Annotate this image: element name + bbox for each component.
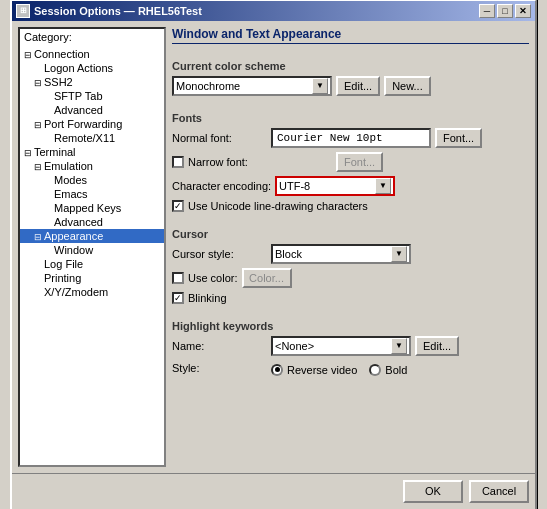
minimize-button[interactable]: ─ (479, 4, 495, 18)
normal-font-button[interactable]: Font... (435, 128, 482, 148)
highlight-style-label: Style: (172, 362, 267, 374)
use-color-row: Use color: Color... (172, 268, 529, 288)
highlight-name-arrow[interactable]: ▼ (391, 338, 407, 354)
narrow-font-button: Font... (336, 152, 383, 172)
sidebar-item-xy-zmodem[interactable]: X/Y/Zmodem (20, 285, 164, 299)
radio-bold-btn[interactable] (369, 364, 381, 376)
sidebar-item-window[interactable]: Window (20, 243, 164, 257)
expand-icon-terminal: ⊟ (24, 148, 34, 158)
radio-bold-label: Bold (385, 364, 407, 376)
cursor-style-label: Cursor style: (172, 248, 267, 260)
window-icon: ⊞ (16, 4, 30, 18)
radio-reverse-video[interactable]: Reverse video (271, 364, 357, 376)
normal-font-value: Courier New 10pt (271, 128, 431, 148)
blinking-label: Blinking (188, 292, 227, 304)
expand-icon-ssh2: ⊟ (34, 78, 44, 88)
highlight-name-row: Name: <None> ▼ Edit... (172, 336, 529, 356)
fonts-label: Fonts (172, 112, 529, 124)
fonts-section: Fonts Normal font: Courier New 10pt Font… (172, 112, 529, 216)
color-scheme-value: Monochrome (176, 80, 310, 92)
unicode-label: Use Unicode line-drawing characters (188, 200, 368, 212)
unicode-row: Use Unicode line-drawing characters (172, 200, 529, 212)
narrow-font-checkbox[interactable] (172, 156, 184, 168)
narrow-font-label-text: Narrow font: (188, 156, 248, 168)
cursor-style-row: Cursor style: Block ▼ (172, 244, 529, 264)
content-area: Category: ⊟Connection Logon Actions ⊟SSH… (12, 21, 535, 473)
cancel-button[interactable]: Cancel (469, 480, 529, 503)
right-panel: Window and Text Appearance Current color… (172, 27, 529, 467)
blinking-row: Blinking (172, 292, 529, 304)
encoding-dropdown[interactable]: UTF-8 ▼ (275, 176, 395, 196)
radio-group: Reverse video Bold (271, 364, 407, 376)
sidebar-item-printing[interactable]: Printing (20, 271, 164, 285)
category-label: Category: (20, 29, 164, 45)
titlebar: ⊞ Session Options — RHEL56Test ─ □ ✕ (12, 1, 535, 21)
sidebar-item-sftp-tab[interactable]: SFTP Tab (20, 89, 164, 103)
color-scheme-arrow[interactable]: ▼ (312, 78, 328, 94)
sidebar-item-ssh2[interactable]: ⊟SSH2 (20, 75, 164, 89)
use-color-label: Use color: (188, 272, 238, 284)
color-scheme-label: Current color scheme (172, 60, 529, 72)
encoding-value: UTF-8 (279, 180, 373, 192)
encoding-label: Character encoding: (172, 180, 271, 192)
sidebar-item-advanced[interactable]: Advanced (20, 103, 164, 117)
color-button: Color... (242, 268, 292, 288)
color-scheme-row: Monochrome ▼ Edit... New... (172, 76, 529, 96)
highlight-label: Highlight keywords (172, 320, 529, 332)
ok-button[interactable]: OK (403, 480, 463, 503)
bottom-bar: OK Cancel (12, 473, 535, 509)
maximize-button[interactable]: □ (497, 4, 513, 18)
unicode-checkbox[interactable] (172, 200, 184, 212)
cursor-label: Cursor (172, 228, 529, 240)
window-title: Session Options — RHEL56Test (34, 5, 202, 17)
highlight-name-dropdown[interactable]: <None> ▼ (271, 336, 411, 356)
narrow-font-label: Narrow font: (172, 156, 332, 168)
radio-reverse-video-label: Reverse video (287, 364, 357, 376)
sidebar-item-port-forwarding[interactable]: ⊟Port Forwarding (20, 117, 164, 131)
titlebar-title-group: ⊞ Session Options — RHEL56Test (16, 4, 202, 18)
expand-icon-appearance: ⊟ (34, 232, 44, 242)
normal-font-label: Normal font: (172, 132, 267, 144)
close-button[interactable]: ✕ (515, 4, 531, 18)
encoding-arrow[interactable]: ▼ (375, 178, 391, 194)
radio-bold[interactable]: Bold (369, 364, 407, 376)
edit-color-button[interactable]: Edit... (336, 76, 380, 96)
cursor-section: Cursor Cursor style: Block ▼ Use color: … (172, 228, 529, 308)
color-scheme-dropdown[interactable]: Monochrome ▼ (172, 76, 332, 96)
expand-icon-port-forwarding: ⊟ (34, 120, 44, 130)
expand-icon-emulation: ⊟ (34, 162, 44, 172)
cursor-style-arrow[interactable]: ▼ (391, 246, 407, 262)
sidebar-item-appearance[interactable]: ⊟Appearance (20, 229, 164, 243)
expand-icon-connection: ⊟ (24, 50, 34, 60)
category-tree: Category: ⊟Connection Logon Actions ⊟SSH… (18, 27, 166, 467)
highlight-name-label: Name: (172, 340, 267, 352)
new-color-button[interactable]: New... (384, 76, 431, 96)
narrow-font-row: Narrow font: Font... (172, 152, 529, 172)
sidebar-item-remote-x11[interactable]: Remote/X11 (20, 131, 164, 145)
blinking-checkbox[interactable] (172, 292, 184, 304)
titlebar-buttons: ─ □ ✕ (479, 4, 531, 18)
highlight-edit-button[interactable]: Edit... (415, 336, 459, 356)
cursor-style-dropdown[interactable]: Block ▼ (271, 244, 411, 264)
encoding-row: Character encoding: UTF-8 ▼ (172, 176, 529, 196)
normal-font-row: Normal font: Courier New 10pt Font... (172, 128, 529, 148)
section-title: Window and Text Appearance (172, 27, 529, 44)
color-scheme-section: Current color scheme Monochrome ▼ Edit..… (172, 60, 529, 100)
highlight-name-value: <None> (275, 340, 389, 352)
sidebar-item-terminal[interactable]: ⊟Terminal (20, 145, 164, 159)
cursor-style-value: Block (275, 248, 389, 260)
radio-reverse-video-btn[interactable] (271, 364, 283, 376)
sidebar-item-logon-actions[interactable]: Logon Actions (20, 61, 164, 75)
use-color-checkbox[interactable] (172, 272, 184, 284)
highlight-section: Highlight keywords Name: <None> ▼ Edit..… (172, 320, 529, 380)
sidebar-item-advanced2[interactable]: Advanced (20, 215, 164, 229)
sidebar-item-mapped-keys[interactable]: Mapped Keys (20, 201, 164, 215)
sidebar-item-log-file[interactable]: Log File (20, 257, 164, 271)
sidebar-item-modes[interactable]: Modes (20, 173, 164, 187)
sidebar-item-emacs[interactable]: Emacs (20, 187, 164, 201)
main-window: ⊞ Session Options — RHEL56Test ─ □ ✕ Cat… (10, 0, 537, 509)
highlight-style-row: Style: Reverse video Bold (172, 360, 529, 376)
tree-container: ⊟Connection Logon Actions ⊟SSH2 SFTP Tab… (20, 45, 164, 301)
sidebar-item-emulation[interactable]: ⊟Emulation (20, 159, 164, 173)
sidebar-item-connection[interactable]: ⊟Connection (20, 47, 164, 61)
